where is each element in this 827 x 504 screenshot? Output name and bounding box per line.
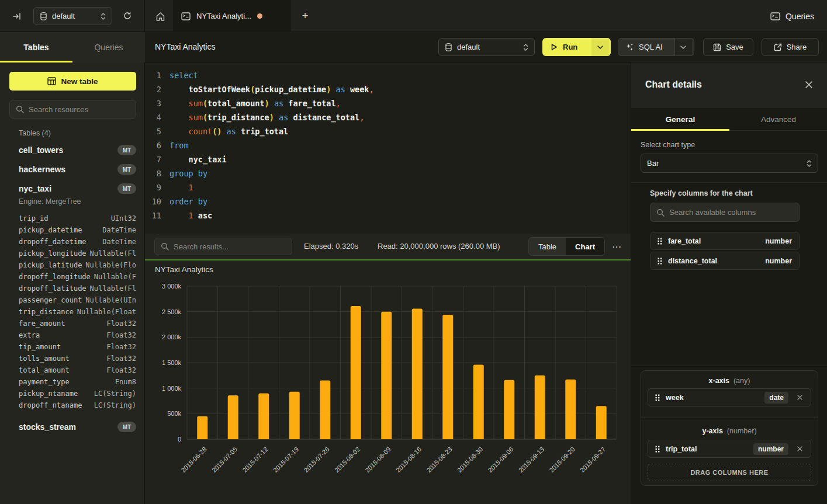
sql-ai-caret[interactable] [674, 39, 692, 55]
engine-badge: MT [117, 183, 136, 194]
top-bar: default NYTaxi Analyti... + Queries [0, 0, 827, 32]
queries-icon [770, 12, 780, 20]
column-row[interactable]: fare_amountFloat32 [0, 318, 145, 329]
chart-details-header: Chart details [631, 62, 827, 108]
search-columns-input[interactable]: Search available columns [650, 203, 800, 222]
close-icon [797, 446, 802, 451]
query-tab[interactable]: NYTaxi Analyti... [173, 0, 291, 32]
collapse-sidebar-button[interactable] [9, 9, 25, 24]
tab-advanced[interactable]: Advanced [729, 108, 827, 130]
column-row[interactable]: dropoff_ntanameLC(String) [0, 399, 145, 411]
search-icon [161, 242, 169, 251]
drag-handle-icon [655, 394, 660, 401]
home-button[interactable] [152, 8, 168, 25]
bar-2015-08-09 [381, 312, 392, 439]
table-item-cell-towers[interactable]: cell_towers MT [0, 143, 145, 157]
home-icon [155, 12, 165, 22]
new-table-button[interactable]: New table [9, 72, 136, 91]
unfold-icon [101, 12, 106, 20]
chart-container: NYTaxi Analytics 0500k1 000k1 500k2 000k… [145, 260, 631, 504]
new-table-label: New table [61, 77, 98, 86]
column-row[interactable]: trip_idUInt32 [0, 213, 145, 224]
drag-columns-drop-zone[interactable]: DRAG COLUMNS HERE [648, 464, 811, 481]
run-options-caret[interactable] [591, 38, 609, 56]
more-options-button[interactable]: ··· [610, 241, 625, 252]
results-toolbar: Search results... Elapsed: 0.320s Read: … [145, 234, 631, 260]
table-item-hackernews[interactable]: hackernews MT [0, 162, 145, 176]
database-selector-value: default [52, 12, 96, 20]
x-axis-column-week[interactable]: week date [648, 388, 811, 406]
specify-columns-label: Specify columns for the chart [650, 189, 753, 197]
column-type-badge: date [764, 392, 788, 404]
remove-y-column-button[interactable] [794, 444, 805, 454]
bar-2015-07-19 [289, 392, 300, 439]
y-axis-column-trip-total[interactable]: trip_total number [648, 440, 811, 458]
sql-editor[interactable]: 1select2 toStartOfWeek(pickup_datetime) … [145, 62, 631, 234]
run-button[interactable]: Run [542, 38, 611, 56]
top-bar-left: default [0, 0, 145, 32]
search-resources-placeholder: Search resources [29, 105, 88, 114]
sql-ai-button[interactable]: SQL AI [618, 38, 694, 56]
available-column-fare-total[interactable]: fare_total number [650, 232, 800, 250]
column-row[interactable]: dropoff_datetimeDateTime [0, 236, 145, 248]
svg-text:2015-09-20: 2015-09-20 [548, 446, 576, 474]
column-row[interactable]: pickup_latitudeNullable(Flo [0, 259, 145, 271]
share-button[interactable]: Share [762, 38, 819, 56]
column-row[interactable]: tip_amountFloat32 [0, 341, 145, 353]
bar-2015-09-27 [596, 406, 607, 439]
view-toggle-chart[interactable]: Chart [566, 238, 604, 255]
chevron-down-icon [597, 46, 603, 49]
page-title: NYTaxi Analytics [155, 42, 215, 51]
search-resources-input[interactable]: Search resources [9, 100, 136, 119]
column-row[interactable]: tolls_amountFloat32 [0, 353, 145, 364]
column-row[interactable]: pickup_ntanameLC(String) [0, 388, 145, 399]
search-columns-placeholder: Search available columns [669, 208, 756, 217]
column-row[interactable]: trip_distanceNullable(Float [0, 306, 145, 318]
remove-x-column-button[interactable] [794, 392, 805, 403]
engine-badge: MT [117, 164, 136, 175]
bar-2015-07-05 [228, 395, 238, 439]
column-row[interactable]: dropoff_latitudeNullable(Fl [0, 283, 145, 294]
arrow-to-bar-icon [12, 12, 22, 21]
bar-2015-08-02 [351, 306, 361, 439]
column-row[interactable]: payment_typeEnum8 [0, 376, 145, 388]
queries-menu-label: Queries [786, 12, 814, 21]
refresh-button[interactable] [120, 8, 135, 23]
new-tab-button[interactable]: + [297, 8, 313, 24]
column-row[interactable]: passenger_countNullable(UIn [0, 294, 145, 306]
column-row[interactable]: dropoff_longitudeNullable(F [0, 271, 145, 283]
column-row[interactable]: pickup_longitudeNullable(Fl [0, 248, 145, 259]
svg-text:2 000k: 2 000k [162, 333, 182, 340]
unsaved-changes-dot [257, 13, 262, 19]
column-row[interactable]: extraFloat32 [0, 329, 145, 341]
tab-general[interactable]: General [631, 108, 729, 130]
available-column-distance-total[interactable]: distance_total number [650, 252, 800, 270]
column-row[interactable]: total_amountFloat32 [0, 364, 145, 376]
chart-type-select[interactable]: Bar [641, 154, 818, 173]
share-icon [774, 43, 782, 51]
queries-menu-button[interactable]: Queries [770, 0, 814, 32]
save-button[interactable]: Save [703, 38, 753, 56]
svg-text:2015-06-28: 2015-06-28 [179, 446, 207, 474]
sidebar-tab-queries[interactable]: Queries [72, 32, 145, 62]
sidebar-tab-tables[interactable]: Tables [0, 32, 72, 62]
bar-2015-09-06 [504, 380, 514, 439]
sidebar-tab-bar: Tables Queries [0, 32, 145, 62]
sql-console-app: default NYTaxi Analyti... + Queries Tabl… [0, 0, 827, 504]
svg-text:2015-07-12: 2015-07-12 [241, 446, 269, 474]
search-results-input[interactable]: Search results... [154, 238, 292, 255]
bar-2015-09-20 [565, 380, 576, 439]
console-tab-icon [181, 12, 191, 20]
bar-2015-08-30 [473, 364, 484, 439]
svg-text:1 000k: 1 000k [162, 385, 182, 392]
close-panel-button[interactable] [802, 78, 816, 92]
column-row[interactable]: pickup_datetimeDateTime [0, 224, 145, 236]
table-item-stocks-stream[interactable]: stocks_stream MT [0, 420, 145, 434]
database-icon [445, 43, 452, 51]
database-selector-header[interactable]: default [438, 38, 535, 56]
database-icon [40, 12, 47, 20]
database-selector-top[interactable]: default [33, 7, 112, 25]
view-toggle-table[interactable]: Table [529, 238, 566, 255]
engine-badge: MT [117, 145, 136, 155]
table-item-nyc-taxi[interactable]: nyc_taxi MT [0, 182, 145, 196]
